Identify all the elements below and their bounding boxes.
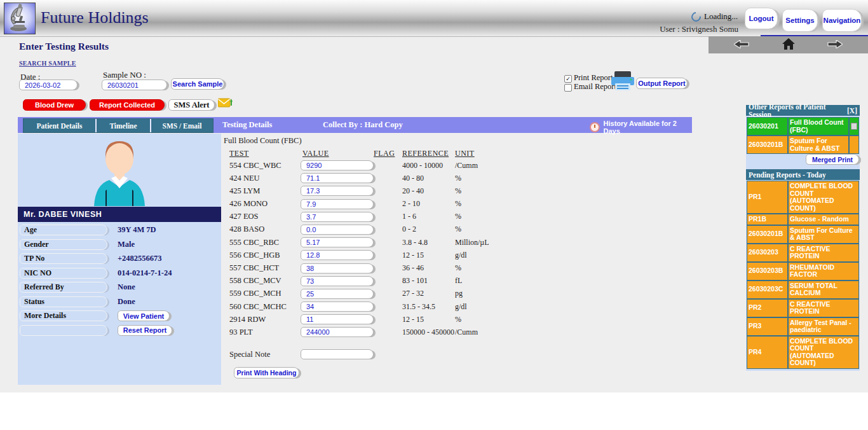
test-value-input[interactable] xyxy=(301,263,374,274)
pending-report-id[interactable]: PR2 xyxy=(747,300,787,317)
pending-report-name[interactable]: Allergy Test Panal - paediatric xyxy=(789,318,858,335)
logged-in-user: User : Srivignesh Somu xyxy=(656,24,738,34)
test-result-row: 427 EOS1 - 6% xyxy=(224,212,580,222)
test-name: 560 CBC_MCHC xyxy=(224,302,301,312)
test-result-row: 559 CBC_MCH27 - 32pg xyxy=(224,289,580,299)
test-value-input[interactable] xyxy=(301,212,374,222)
patient-name: Mr. DABEE VINESH xyxy=(18,207,221,222)
other-reports-table: 26030201Full Blood Count (FBC)26030201BS… xyxy=(747,117,859,154)
pending-report-id[interactable]: PR1 xyxy=(747,181,787,213)
patient-field-row: StatusDone xyxy=(20,296,219,307)
output-report-button[interactable]: Output Report xyxy=(636,78,688,89)
print-with-heading-button[interactable]: Print With Heading xyxy=(234,367,299,378)
test-result-row: 428 BASO0 - 2% xyxy=(224,225,580,235)
spinner-icon xyxy=(689,10,703,23)
close-icon[interactable]: [X] xyxy=(847,107,857,114)
test-value-input[interactable] xyxy=(301,160,374,170)
test-value-input[interactable] xyxy=(301,237,374,247)
pending-report-id[interactable]: 26030203B xyxy=(747,263,787,280)
test-reference-range: 1 - 6 xyxy=(402,212,455,221)
pending-report-name[interactable]: RHEUMATOID FACTOR xyxy=(789,263,858,280)
test-unit: % xyxy=(455,263,461,273)
pending-report-id[interactable]: PR4 xyxy=(747,336,787,368)
other-reports-title: Other Reports of Patient Session xyxy=(749,103,847,118)
collect-by-label: Collect By : Hard Copy xyxy=(323,120,403,130)
tab-timeline[interactable]: Timeline xyxy=(95,119,150,132)
pending-report-name[interactable]: COMPLETE BLOOD COUNT (AUTOMATED COUNT) xyxy=(789,181,858,213)
email-report-checkbox[interactable] xyxy=(564,84,572,92)
patient-field-label: Age xyxy=(20,225,107,235)
test-value-input[interactable] xyxy=(301,225,374,235)
forward-arrow-icon[interactable] xyxy=(827,40,843,50)
test-value-input[interactable] xyxy=(301,302,374,312)
sample-no-input[interactable] xyxy=(102,80,167,90)
logout-button[interactable]: Logout xyxy=(745,8,778,29)
blood-drew-button[interactable]: Blood Drew xyxy=(23,99,86,111)
test-reference-range: 20 - 40 xyxy=(402,186,455,196)
test-result-row: 558 CBC_MCV83 - 101fL xyxy=(224,276,580,286)
pending-report-id[interactable]: 26030203 xyxy=(747,244,787,261)
report-collected-button[interactable]: Report Collected xyxy=(90,99,165,111)
pending-report-name[interactable]: C REACTIVE PROTEIN xyxy=(789,244,858,261)
special-note-row: Special Note xyxy=(224,349,374,359)
test-value-input[interactable] xyxy=(301,250,374,260)
navigation-button[interactable]: Navigation xyxy=(822,9,862,32)
report-id[interactable]: 26030201 xyxy=(747,118,787,135)
test-result-row: 425 LYM20 - 40% xyxy=(224,186,580,196)
report-name[interactable]: Sputum For Culture & ABST xyxy=(789,136,848,153)
pending-report-name[interactable]: COMPLETE BLOOD COUNT (AUTOMATED COUNT) xyxy=(789,336,858,368)
test-unit: % xyxy=(455,315,461,324)
test-reference-range: 150000 - 450000 xyxy=(402,328,455,337)
patient-field-label xyxy=(20,325,107,336)
special-note-input[interactable] xyxy=(301,349,374,359)
back-arrow-icon[interactable] xyxy=(734,40,749,50)
view-patient-button[interactable]: View Patient xyxy=(118,310,170,321)
report-name[interactable]: Full Blood Count (FBC) xyxy=(789,118,848,135)
test-value-input[interactable] xyxy=(301,276,374,286)
patient-field-value: 014-0214-7-1-24 xyxy=(118,268,172,278)
app-window: Future Holdings Loading... User : Srivig… xyxy=(0,0,868,430)
reset-report-button[interactable]: Reset Report xyxy=(118,325,172,336)
tab-sms-email[interactable]: SMS / Email xyxy=(150,119,213,132)
test-value-input[interactable] xyxy=(301,199,374,209)
test-value-input[interactable] xyxy=(301,314,374,324)
test-reference-range: 83 - 101 xyxy=(402,276,455,286)
test-result-row: 2914 RDW12 - 15% xyxy=(224,314,580,324)
test-value-input[interactable] xyxy=(301,327,374,337)
search-sample-link[interactable]: SEARCH SAMPLE xyxy=(19,60,76,67)
report-checkbox[interactable] xyxy=(851,123,857,130)
col-value: VALUE xyxy=(302,149,329,158)
pending-report-id[interactable]: PR3 xyxy=(747,318,787,335)
merged-print-button[interactable]: Merged Print xyxy=(806,154,859,165)
test-value-input[interactable] xyxy=(301,289,374,299)
reports-sidebar: Other Reports of Patient Session [X] 260… xyxy=(746,105,860,371)
search-sample-button[interactable]: Search Sample xyxy=(171,78,224,90)
sms-alert-button[interactable]: SMS Alert xyxy=(168,99,215,111)
test-unit: % xyxy=(455,186,461,196)
col-test: TEST xyxy=(229,149,249,158)
test-result-row: 93 PLT150000 - 450000/Cumm xyxy=(224,327,580,337)
tab-patient-details[interactable]: Patient Details xyxy=(24,119,95,132)
report-id[interactable]: 26030201B xyxy=(747,136,787,153)
settings-button[interactable]: Settings xyxy=(782,9,818,32)
pending-report-name[interactable]: Glucose - Random xyxy=(789,214,858,225)
pending-report-name[interactable]: SERUM TOTAL CALCIUM xyxy=(789,281,858,298)
home-icon[interactable] xyxy=(782,38,795,52)
pending-report-id[interactable]: 26030201B xyxy=(747,226,787,243)
pending-reports-title: Pending Reports - Today xyxy=(749,171,826,179)
test-result-row: 554 CBC_WBC4000 - 10000/Cumm xyxy=(224,160,580,170)
test-reference-range: 0 - 2 xyxy=(402,225,455,234)
pending-report-id[interactable]: PR1B xyxy=(747,214,787,225)
patient-field-label: TP No xyxy=(20,253,107,264)
pending-report-name[interactable]: C REACTIVE PROTEIN xyxy=(789,300,858,317)
test-reference-range: 3.8 - 4.8 xyxy=(402,238,455,247)
col-flag: FLAG xyxy=(374,149,395,158)
printer-icon[interactable] xyxy=(611,71,634,93)
pending-report-name[interactable]: Sputum For Culture & ABST xyxy=(789,226,858,243)
test-value-input[interactable] xyxy=(301,173,374,183)
print-report-checkbox[interactable]: ✓ xyxy=(564,75,572,83)
test-value-input[interactable] xyxy=(301,186,374,196)
test-name: 554 CBC_WBC xyxy=(224,161,301,170)
pending-report-id[interactable]: 26030203C xyxy=(747,281,787,298)
date-input[interactable] xyxy=(19,80,78,90)
